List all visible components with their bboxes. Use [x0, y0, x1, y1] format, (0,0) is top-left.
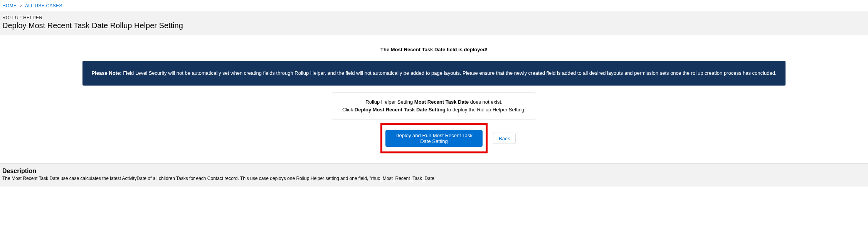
- description-section: Description The Most Recent Task Date us…: [0, 163, 868, 187]
- note-banner: Please Note: Field Level Security will n…: [82, 61, 786, 86]
- page-header-kicker: ROLLUP HELPER: [2, 15, 866, 20]
- breadcrumb: HOME > ALL USE CASES: [0, 0, 868, 11]
- breadcrumb-separator: >: [20, 3, 22, 8]
- breadcrumb-all-use-cases-link[interactable]: ALL USE CASES: [25, 3, 62, 8]
- status-line2-post: to deploy the Rollup Helper Setting.: [446, 107, 526, 113]
- back-button-wrap: Back: [493, 133, 516, 144]
- highlight-frame: Deploy and Run Most Recent Task Date Set…: [380, 123, 488, 153]
- action-button-area: Deploy and Run Most Recent Task Date Set…: [380, 123, 488, 153]
- breadcrumb-home-link[interactable]: HOME: [2, 3, 17, 8]
- description-text: The Most Recent Task Date use case calcu…: [2, 176, 866, 181]
- page-title: Deploy Most Recent Task Date Rollup Help…: [2, 21, 866, 30]
- setting-status-card: Rollup Helper Setting Most Recent Task D…: [332, 92, 536, 119]
- page-header: ROLLUP HELPER Deploy Most Recent Task Da…: [0, 11, 868, 35]
- note-label: Please Note:: [92, 70, 122, 76]
- setting-status-line1: Rollup Helper Setting Most Recent Task D…: [340, 98, 528, 106]
- setting-status-line2: Click Deploy Most Recent Task Date Setti…: [340, 106, 528, 114]
- description-heading: Description: [2, 168, 866, 175]
- deployed-status-message: The Most Recent Task Date field is deplo…: [0, 47, 868, 52]
- status-line2-bold: Deploy Most Recent Task Date Setting: [355, 107, 446, 113]
- status-line1-pre: Rollup Helper Setting: [365, 99, 414, 105]
- note-text: Field Level Security will not be automat…: [122, 70, 777, 76]
- back-button[interactable]: Back: [493, 133, 516, 144]
- status-line1-bold: Most Recent Task Date: [414, 99, 469, 105]
- deploy-and-run-button[interactable]: Deploy and Run Most Recent Task Date Set…: [385, 130, 483, 147]
- status-line1-post: does not exist.: [469, 99, 502, 105]
- status-line2-pre: Click: [342, 107, 355, 113]
- main-content: The Most Recent Task Date field is deplo…: [0, 35, 868, 163]
